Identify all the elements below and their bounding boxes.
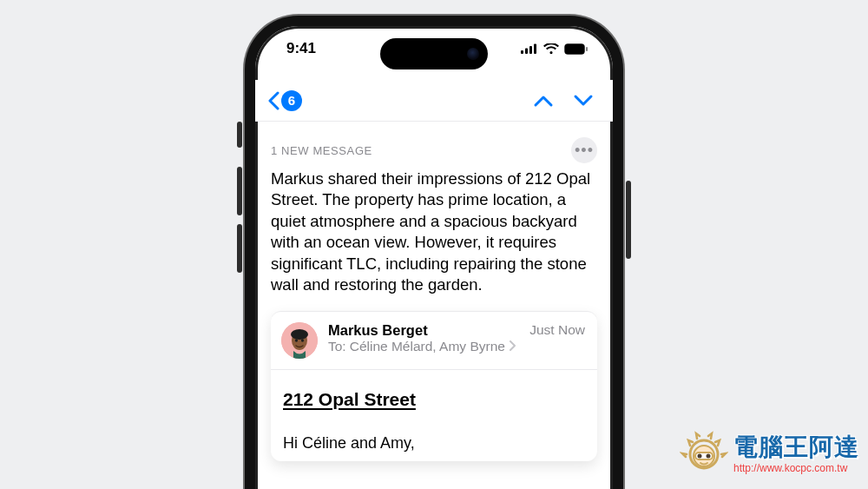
svg-rect-6 — [586, 47, 588, 51]
to-label: To: — [328, 339, 346, 354]
inbox-count-badge: 6 — [281, 90, 302, 111]
volume-down-button — [237, 224, 242, 273]
watermark-text: 電腦王阿達 — [733, 431, 859, 464]
volume-up-button — [237, 167, 242, 215]
next-message-button[interactable] — [573, 94, 594, 108]
ellipsis-icon: ••• — [575, 142, 594, 158]
watermark: 電腦王阿達 http://www.kocpc.com.tw — [680, 428, 859, 477]
svg-point-16 — [707, 454, 711, 459]
status-time: 9:41 — [286, 40, 316, 57]
svg-point-10 — [295, 340, 298, 343]
svg-rect-1 — [525, 49, 528, 55]
ai-summary-text: Markus shared their impressions of 212 O… — [271, 169, 597, 295]
nav-bar: 6 — [255, 80, 613, 122]
mascot-icon — [680, 428, 728, 477]
new-message-label: 1 NEW MESSAGE — [271, 144, 372, 157]
more-button[interactable]: ••• — [571, 137, 597, 163]
camera-lens — [467, 48, 479, 60]
back-button[interactable]: 6 — [267, 90, 302, 111]
mail-content: 1 NEW MESSAGE ••• Markus shared their im… — [255, 122, 613, 461]
recipients-row[interactable]: To: Céline Mélard, Amy Byrne — [328, 339, 519, 354]
mute-switch — [237, 122, 242, 148]
watermark-url: http://www.kocpc.com.tw — [733, 462, 859, 474]
svg-rect-2 — [529, 46, 532, 54]
battery-icon — [564, 43, 589, 55]
message-card[interactable]: Markus Berget To: Céline Mélard, Amy Byr… — [271, 311, 597, 461]
cellular-icon — [521, 43, 538, 54]
phone-frame: 9:41 6 1 NE — [245, 16, 623, 489]
message-greeting: Hi Céline and Amy, — [283, 434, 585, 453]
sender-name: Markus Berget — [328, 322, 519, 339]
svg-point-9 — [291, 329, 308, 340]
svg-point-15 — [698, 454, 702, 459]
chevron-right-icon — [509, 339, 516, 354]
message-header[interactable]: Markus Berget To: Céline Mélard, Amy Byr… — [271, 312, 597, 370]
svg-rect-0 — [521, 50, 523, 54]
wifi-icon — [543, 43, 559, 55]
power-button — [626, 181, 631, 259]
sender-avatar — [281, 322, 318, 359]
previous-message-button[interactable] — [533, 94, 554, 108]
message-body: 212 Opal Street Hi Céline and Amy, — [271, 370, 597, 461]
dynamic-island — [380, 38, 488, 69]
message-subject: 212 Opal Street — [283, 389, 585, 410]
recipients: Céline Mélard, Amy Byrne — [350, 339, 505, 354]
svg-rect-3 — [534, 44, 536, 55]
svg-point-11 — [301, 340, 304, 343]
message-timestamp: Just Now — [529, 322, 585, 338]
svg-rect-5 — [566, 45, 583, 53]
